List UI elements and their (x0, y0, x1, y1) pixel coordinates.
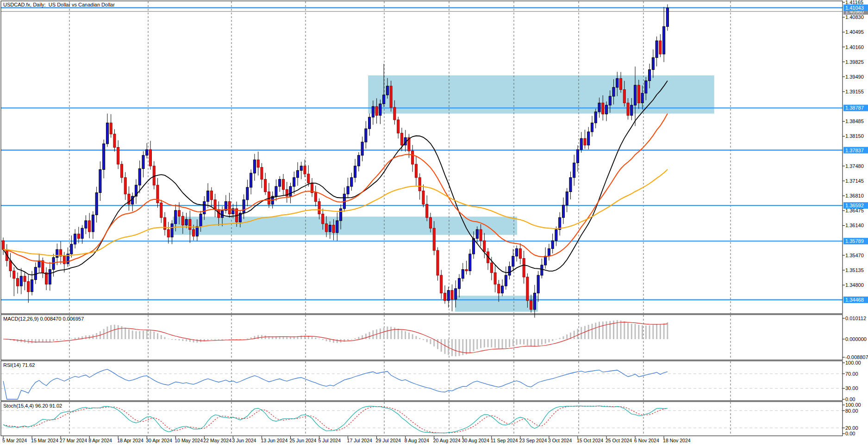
date-tick-label: 27 Mar 2024 (60, 438, 87, 443)
date-tick-label: 25 Oct 2024 (606, 438, 632, 443)
bear-candle-body (443, 293, 446, 300)
price-line-tag[interactable]: 1.35789 (843, 238, 868, 244)
bear-candle-body (27, 281, 30, 291)
bull-candle-body (70, 244, 73, 254)
axis-tick-label: 1.39490 (845, 74, 864, 80)
bull-candle-body (52, 258, 55, 270)
bull-candle-body (555, 229, 557, 241)
stochastic-indicator (1, 406, 843, 433)
bull-candle-body (508, 266, 511, 275)
date-tick-label: 22 May 2024 (203, 438, 231, 443)
bear-candle-body (2, 241, 5, 249)
price-line-tag[interactable]: 1.38787 (843, 105, 868, 111)
bull-candle-body (203, 202, 206, 214)
axis-tick-label: 20.00 (845, 425, 858, 431)
axis-tick-label: 0.000000 (845, 336, 867, 342)
chart-canvas[interactable]: 1.411651.408301.404951.401601.398251.394… (0, 0, 868, 446)
date-tick-label: 30 Apr 2024 (146, 438, 172, 443)
main-price-panel-border[interactable] (1, 1, 843, 314)
bear-candle-body (526, 277, 529, 301)
date-tick-label: 23 Sep 2024 (519, 438, 547, 443)
bull-candle-body (649, 69, 651, 81)
bull-candle-body (656, 41, 658, 57)
bull-candle-body (598, 103, 600, 112)
bull-candle-body (652, 58, 654, 70)
bear-candle-body (620, 79, 622, 90)
axis-tick-label: 30.00 (845, 385, 858, 391)
rsi-panel-border[interactable] (1, 361, 843, 401)
bull-candle-body (296, 170, 299, 177)
bear-candle-body (193, 229, 195, 236)
bear-candle-body (307, 174, 310, 183)
zone-rectangle[interactable] (455, 296, 538, 312)
bull-candle-body (612, 87, 615, 96)
bull-candle-body (383, 95, 385, 104)
bear-candle-body (257, 160, 259, 167)
bull-candle-body (138, 169, 141, 186)
bull-candle-body (516, 248, 518, 256)
date-tick-label: 29 Jul 2024 (376, 438, 401, 443)
bear-candle-body (282, 180, 284, 190)
bull-candle-body (329, 225, 331, 232)
bear-candle-body (124, 178, 126, 194)
bear-candle-body (314, 192, 317, 201)
axis-tick-label: 1.38485 (845, 118, 864, 124)
bear-candle-body (375, 106, 378, 115)
bear-candle-body (167, 229, 169, 237)
date-tick-label: 15 Mar 2024 (31, 438, 58, 443)
bear-candle-body (325, 224, 328, 232)
bear-candle-body (659, 41, 662, 54)
axis-tick-label: 1.35135 (845, 267, 864, 273)
price-line-tag[interactable]: 1.37837 (843, 147, 868, 154)
bull-candle-body (548, 248, 550, 256)
bull-candle-body (533, 293, 536, 310)
bear-candle-body (519, 248, 521, 258)
svg-text:1.35789: 1.35789 (845, 238, 864, 244)
price-line-tag[interactable]: 1.34468 (843, 297, 868, 303)
bull-candle-body (591, 123, 593, 132)
candlesticks (2, 4, 669, 317)
macd-signal-line (3, 322, 668, 353)
bull-candle-body (587, 132, 590, 145)
axis-tick-label: 1.41165 (845, 0, 863, 5)
bear-candle-body (17, 279, 19, 286)
bull-candle-body (347, 186, 349, 194)
bear-candle-body (415, 164, 417, 178)
date-tick-label: 18 Nov 2024 (663, 438, 691, 443)
rsi-indicator-label: RSI(14) 71.62 (3, 362, 35, 368)
bear-candle-body (440, 275, 443, 293)
price-line-tag[interactable]: 1.36592 (843, 202, 868, 209)
bull-candle-body (666, 8, 668, 26)
date-tick-label: 11 Sep 2024 (491, 438, 518, 443)
bull-candle-body (379, 104, 381, 115)
macd-panel-border[interactable] (1, 315, 843, 360)
bull-candle-body (576, 149, 579, 163)
bear-candle-body (120, 164, 123, 178)
bull-candle-body (537, 275, 539, 293)
macd-indicator (3, 320, 668, 356)
bull-candle-body (573, 163, 575, 178)
bull-candle-body (300, 166, 302, 171)
bull-candle-body (146, 149, 148, 155)
stoch-panel-border[interactable] (1, 402, 843, 436)
horizontal-price-lines[interactable] (1, 8, 843, 300)
price-axis[interactable]: 1.411651.408301.404951.401601.398251.394… (843, 0, 868, 436)
bull-candle-body (106, 123, 108, 144)
date-tick-label: 20 Aug 2024 (433, 438, 461, 443)
date-tick-label: 8 Apr 2024 (88, 438, 112, 443)
axis-tick-label: 1.38150 (845, 133, 864, 139)
date-tick-label: 8 Aug 2024 (405, 438, 429, 443)
bear-candle-body (45, 273, 48, 284)
supply-demand-zones[interactable] (173, 75, 714, 312)
bull-candle-body (279, 180, 281, 186)
bear-candle-body (322, 214, 324, 224)
bear-candle-body (178, 211, 181, 216)
bear-candle-body (412, 151, 414, 164)
bear-candle-body (210, 191, 212, 200)
price-line-tag[interactable]: 1.41043 (843, 5, 868, 11)
bull-candle-body (501, 286, 504, 293)
bull-candle-body (357, 155, 360, 166)
svg-text:1.38787: 1.38787 (845, 105, 864, 111)
bear-candle-body (110, 123, 112, 134)
date-axis[interactable]: 5 Mar 202415 Mar 202427 Mar 20248 Apr 20… (2, 436, 691, 443)
